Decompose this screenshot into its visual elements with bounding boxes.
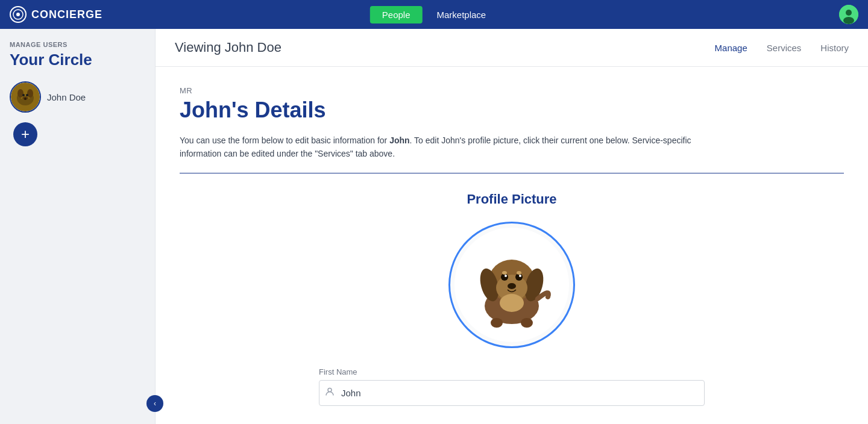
content-body: MR John's Details You can use the form b… xyxy=(156,67,868,424)
svg-point-31 xyxy=(500,294,524,312)
form-section: First Name xyxy=(319,367,705,406)
user-avatar-nav[interactable] xyxy=(839,5,858,24)
svg-point-17 xyxy=(521,318,533,328)
sidebar: MANAGE USERS Your Circle John Doe xyxy=(0,29,156,424)
first-name-wrapper xyxy=(319,380,705,406)
svg-point-29 xyxy=(502,271,507,275)
svg-point-3 xyxy=(846,10,852,16)
john-name: John Doe xyxy=(47,92,86,102)
logo-area: CONCIERGE xyxy=(10,6,102,23)
nav-center: People Marketplace xyxy=(370,6,498,23)
salutation-text: MR xyxy=(180,86,844,95)
tab-history[interactable]: History xyxy=(820,43,849,53)
circle-user-john[interactable]: John Doe xyxy=(10,81,145,113)
svg-point-30 xyxy=(517,271,521,275)
first-name-label: First Name xyxy=(319,367,705,376)
svg-point-26 xyxy=(505,275,507,277)
logo-icon xyxy=(10,6,27,23)
chevron-left-icon: ‹ xyxy=(154,399,156,408)
logo-text: CONCIERGE xyxy=(31,8,102,21)
svg-point-10 xyxy=(22,94,25,96)
description-bold-name: John xyxy=(389,136,409,145)
description-paragraph: You can use the form below to edit basic… xyxy=(180,134,722,161)
people-nav-button[interactable]: People xyxy=(370,6,423,23)
viewing-title: Viewing John Doe xyxy=(175,40,691,55)
svg-point-28 xyxy=(508,283,516,289)
section-divider xyxy=(180,173,844,173)
svg-point-18 xyxy=(489,310,498,317)
svg-point-19 xyxy=(525,310,535,317)
profile-picture-section: Profile Picture xyxy=(180,192,844,348)
svg-point-32 xyxy=(328,388,332,392)
tab-services[interactable]: Services xyxy=(767,43,802,53)
svg-point-13 xyxy=(24,98,27,100)
sidebar-manage-label: MANAGE USERS xyxy=(10,41,145,48)
svg-point-1 xyxy=(16,13,20,16)
profile-dog-image xyxy=(454,228,569,342)
svg-point-11 xyxy=(26,94,28,96)
details-title: John's Details xyxy=(180,98,844,123)
person-icon xyxy=(325,387,335,399)
add-person-button[interactable]: + xyxy=(13,122,37,146)
add-icon: + xyxy=(21,126,30,143)
profile-picture-label: Profile Picture xyxy=(467,192,556,207)
description-part1: You can use the form below to edit basic… xyxy=(180,136,389,145)
content-tabs: Manage Services History xyxy=(715,43,849,53)
main-content: Viewing John Doe Manage Services History… xyxy=(156,29,868,424)
first-name-input[interactable] xyxy=(319,380,705,406)
tab-manage[interactable]: Manage xyxy=(715,43,747,53)
sidebar-circle-title: Your Circle xyxy=(10,51,145,69)
svg-point-9 xyxy=(27,89,33,98)
svg-point-16 xyxy=(491,318,503,328)
profile-picture-circle[interactable] xyxy=(448,222,575,348)
sidebar-collapse-button[interactable]: ‹ xyxy=(146,395,163,412)
john-avatar-image xyxy=(11,83,40,111)
marketplace-nav-button[interactable]: Marketplace xyxy=(425,6,498,23)
john-avatar xyxy=(10,81,41,113)
main-layout: MANAGE USERS Your Circle John Doe xyxy=(0,29,868,424)
top-navigation: CONCIERGE People Marketplace xyxy=(0,0,868,29)
svg-point-4 xyxy=(843,17,854,24)
svg-point-8 xyxy=(17,89,24,98)
svg-point-27 xyxy=(519,275,521,277)
content-header: Viewing John Doe Manage Services History xyxy=(156,29,868,67)
